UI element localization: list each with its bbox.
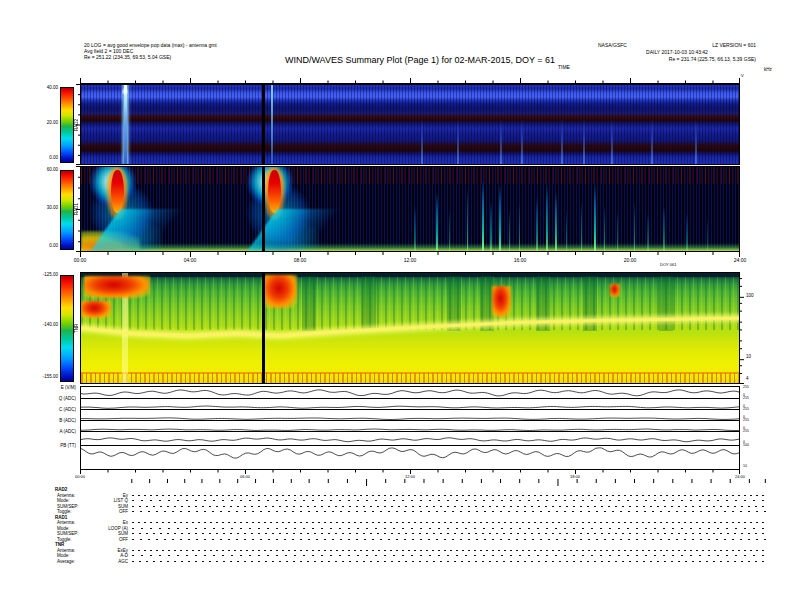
rad1-minor-burst-streak	[707, 217, 708, 251]
rad1-minor-burst-streak	[546, 184, 548, 251]
tnr-panel-label: TNR	[73, 272, 80, 384]
rad1-left-ticks	[76, 166, 80, 252]
re-end-of-day-label: Re = 231.74 (225.75, 66.13, 5.39 GSE)	[598, 57, 756, 63]
rad1-minor-burst-streak	[482, 180, 484, 251]
tnr-colorbar-tick-top: -125.00	[28, 272, 58, 277]
rad1-colorbar-tick-bottom: 0.00	[34, 243, 58, 248]
rad1-minor-burst-streak	[594, 184, 596, 251]
rad2-striations	[81, 85, 739, 164]
strip-label: B (ADC)	[30, 418, 76, 423]
time-tick-label: 08:00	[288, 257, 312, 263]
processing-timestamp: DAILY 2017-10-03 10:43:42	[598, 50, 756, 56]
rad2-post-gap-streak	[271, 85, 273, 164]
tnr-colorbar-tick-mid: -140.00	[28, 322, 58, 327]
rad1-minor-burst-streak	[604, 205, 605, 251]
khz-unit-label: kHz	[764, 67, 772, 73]
rad1-minor-burst-streak	[555, 192, 557, 251]
rad2-minor-streak	[421, 118, 423, 164]
rad1-minor-burst-streak	[536, 196, 537, 251]
tnr-colorbar	[60, 275, 74, 382]
rad1-minor-burst-streak	[617, 209, 618, 251]
strip-scale-top: 100	[743, 443, 749, 447]
strip-trace	[81, 432, 739, 446]
time-tick-label: 24:00	[728, 257, 752, 263]
strip-trace	[81, 387, 739, 398]
strip-row-cadc	[81, 409, 739, 420]
status-dots-pattern	[132, 560, 768, 563]
doy-label: DOY 061	[660, 262, 676, 267]
strip-scale-top: 255	[743, 429, 749, 433]
status-label: Antenna:	[57, 493, 75, 498]
tnr-plasma-line	[81, 273, 740, 383]
tnr-freq-tick-label: 100	[746, 293, 754, 298]
rad1-minor-burst-streak	[414, 205, 415, 251]
summary-plot-page: 20 LOG = avg good envelope pop data (max…	[0, 0, 792, 612]
time-tick-label: 04:00	[178, 257, 202, 263]
rad2-intense-burst	[124, 85, 127, 164]
status-label: Mode:	[57, 553, 70, 558]
status-label: Toggle:	[57, 509, 72, 514]
status-value: SUM	[95, 504, 128, 509]
rad1-minor-burst-streak	[519, 201, 520, 251]
status-label: Mode:	[57, 498, 70, 503]
status-value: ExEy	[95, 548, 128, 553]
rad1-minor-burst-streak	[647, 213, 648, 251]
status-dots-pattern	[132, 505, 768, 508]
status-dots-pattern	[132, 494, 768, 497]
tnr-hotspot	[81, 301, 111, 319]
rad1-minor-burst-streak	[581, 201, 582, 251]
strip-scale-top: 255	[743, 407, 749, 411]
status-label: Toggle:	[57, 537, 72, 542]
time-tick-label: 00:00	[68, 257, 92, 263]
status-label: SUM/SEP:	[57, 531, 79, 536]
rad1-minor-burst-streak	[566, 209, 567, 251]
status-dots-pattern	[132, 527, 768, 530]
strip-scale-bottom: 10	[743, 464, 747, 468]
rad1-top-noise-band	[81, 167, 739, 184]
tnr-hotspot	[492, 286, 512, 317]
status-value: OFF	[95, 509, 128, 514]
rad1-colorbar-tick-top: 60.00	[34, 167, 58, 172]
strip-scale-top: 255	[743, 396, 749, 400]
status-label: Mode:	[57, 526, 70, 531]
strip-row-pbtt	[81, 445, 739, 469]
status-dots-pattern	[132, 538, 768, 541]
strip-chart-region	[80, 386, 740, 470]
rad2-left-ticks	[76, 84, 80, 165]
rad2-minor-streak	[651, 118, 653, 164]
rad1-minor-burst-streak	[634, 201, 635, 251]
rad1-minor-burst-streak	[663, 205, 664, 251]
rad1-spectrogram	[80, 166, 740, 252]
status-value: SUM	[95, 531, 128, 536]
v-marker: V	[741, 73, 744, 79]
strip-row-aadc	[81, 431, 739, 445]
rad1-type3-burst-core	[111, 170, 124, 214]
rad2-minor-streak	[500, 118, 502, 164]
time-tick-label: 16:00	[508, 257, 532, 263]
rad2-minor-streak	[583, 118, 585, 164]
rad2-minor-streak	[521, 118, 523, 164]
status-dots-pattern	[132, 532, 768, 535]
strip-label: Q (ADC)	[30, 396, 76, 401]
bottom-time-tick-label: 00:00	[69, 474, 91, 479]
status-group-rad1: RAD1	[55, 515, 67, 520]
rad1-minor-burst-streak	[467, 188, 468, 251]
status-value: OFF	[95, 537, 128, 542]
tnr-hotspot	[264, 275, 297, 308]
rad1-type3-burst-core	[268, 170, 281, 214]
strip-row-qadc	[81, 398, 739, 409]
status-label: Average:	[57, 559, 75, 564]
rad2-colorbar	[60, 87, 74, 163]
tnr-freq-tick-label: 10	[746, 354, 751, 359]
rad1-minor-burst-streak	[499, 184, 501, 251]
tnr-hotspot	[610, 284, 620, 297]
lz-version-label: LZ VERSION = 601	[660, 43, 756, 49]
tnr-data-gap-bar	[262, 273, 265, 383]
rad1-colorbar	[60, 170, 74, 250]
rad1-minor-burst-streak	[509, 209, 510, 251]
time-axis-title: TIME	[558, 65, 570, 71]
status-dots-pattern	[132, 521, 768, 524]
rad2-colorbar-tick-mid: 20.00	[34, 120, 58, 125]
strip-row-evm	[81, 387, 739, 398]
status-dots-pattern	[132, 499, 768, 502]
